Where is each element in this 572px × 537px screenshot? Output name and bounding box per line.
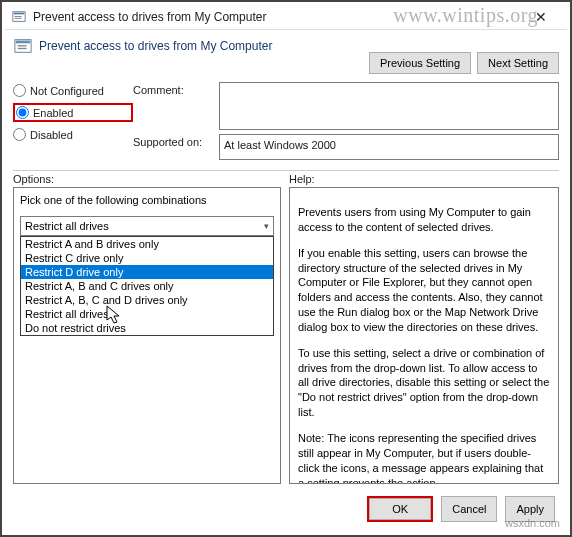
svg-rect-1 — [14, 13, 25, 15]
ok-highlight-box: OK — [367, 496, 433, 522]
comment-label: Comment: — [133, 82, 213, 96]
policy-icon — [11, 9, 27, 25]
combobox-option[interactable]: Restrict A, B and C drives only — [21, 279, 273, 293]
radio-not-configured[interactable]: Not Configured — [13, 84, 133, 97]
help-paragraph: To use this setting, select a drive or c… — [298, 346, 550, 420]
close-button[interactable]: ✕ — [521, 9, 561, 25]
comment-textarea[interactable] — [219, 82, 559, 130]
options-panel: Pick one of the following combinations R… — [13, 187, 281, 484]
policy-header-icon — [13, 36, 33, 56]
combobox-option[interactable]: Restrict D drive only — [21, 265, 273, 279]
help-paragraph: Note: The icons representing the specifi… — [298, 431, 550, 484]
window-title: Prevent access to drives from My Compute… — [33, 10, 521, 24]
footer: OK Cancel Apply — [5, 490, 567, 532]
combobox-option[interactable]: Restrict A and B drives only — [21, 237, 273, 251]
policy-editor-window: Prevent access to drives from My Compute… — [5, 5, 567, 532]
combobox-option[interactable]: Do not restrict drives — [21, 321, 273, 335]
radio-not-configured-input[interactable] — [13, 84, 26, 97]
radio-disabled-label: Disabled — [30, 129, 73, 141]
help-paragraph: If you enable this setting, users can br… — [298, 246, 550, 335]
svg-rect-7 — [18, 48, 27, 49]
header-title: Prevent access to drives from My Compute… — [39, 39, 272, 53]
help-paragraph: Prevents users from using My Computer to… — [298, 205, 550, 235]
pick-combination-label: Pick one of the following combinations — [20, 194, 274, 206]
radio-enabled[interactable]: Enabled — [16, 106, 73, 119]
radio-disabled[interactable]: Disabled — [13, 128, 133, 141]
combobox-option[interactable]: Restrict A, B, C and D drives only — [21, 293, 273, 307]
combobox-option[interactable]: Restrict all drives — [21, 307, 273, 321]
svg-rect-5 — [16, 41, 30, 44]
radio-enabled-label: Enabled — [33, 107, 73, 119]
titlebar: Prevent access to drives from My Compute… — [5, 5, 567, 30]
previous-setting-button[interactable]: Previous Setting — [369, 52, 471, 74]
radio-not-configured-label: Not Configured — [30, 85, 104, 97]
chevron-down-icon: ▾ — [264, 221, 269, 231]
combobox-dropdown-list: Restrict A and B drives onlyRestrict C d… — [20, 236, 274, 336]
svg-rect-3 — [15, 18, 22, 19]
cancel-button[interactable]: Cancel — [441, 496, 497, 522]
combobox-option[interactable]: Restrict C drive only — [21, 251, 273, 265]
enabled-highlight-box: Enabled — [13, 103, 133, 122]
apply-button[interactable]: Apply — [505, 496, 555, 522]
ok-button[interactable]: OK — [369, 498, 431, 520]
supported-on-label: Supported on: — [133, 134, 213, 148]
svg-rect-2 — [15, 16, 22, 17]
divider — [13, 170, 559, 171]
options-label: Options: — [13, 173, 281, 185]
radio-enabled-input[interactable] — [16, 106, 29, 119]
radio-disabled-input[interactable] — [13, 128, 26, 141]
combobox-selected-value: Restrict all drives — [25, 220, 109, 232]
supported-on-value: At least Windows 2000 — [219, 134, 559, 160]
svg-rect-6 — [18, 45, 27, 46]
drive-restriction-combobox[interactable]: Restrict all drives ▾ Restrict A and B d… — [20, 216, 274, 236]
next-setting-button[interactable]: Next Setting — [477, 52, 559, 74]
help-panel[interactable]: Prevents users from using My Computer to… — [289, 187, 559, 484]
help-label: Help: — [281, 173, 559, 185]
